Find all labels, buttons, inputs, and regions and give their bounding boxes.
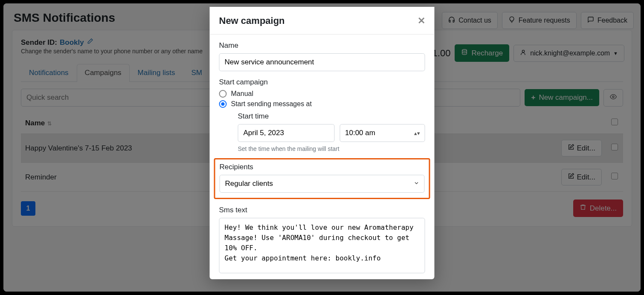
- sms-text-input[interactable]: [219, 218, 425, 273]
- start-time-select[interactable]: [339, 124, 425, 142]
- close-icon[interactable]: ✕: [418, 15, 425, 26]
- name-input[interactable]: [219, 53, 425, 71]
- name-label: Name: [219, 41, 425, 50]
- radio-scheduled-label: Start sending messages at: [231, 100, 312, 108]
- start-date-input[interactable]: [238, 124, 335, 142]
- recipients-label: Recipients: [220, 163, 425, 171]
- start-time-helper: Set the time when the mailing will start: [238, 145, 425, 152]
- new-campaign-modal: New campaign ✕ Name Start campaign Manua…: [210, 7, 435, 279]
- radio-scheduled-row[interactable]: Start sending messages at: [219, 100, 425, 108]
- start-campaign-label: Start campaign: [219, 78, 425, 87]
- sms-text-label: Sms text: [219, 206, 425, 214]
- recipients-select[interactable]: [220, 175, 425, 193]
- modal-title: New campaign: [219, 15, 285, 26]
- start-time-label: Start time: [238, 112, 425, 121]
- radio-manual-label: Manual: [231, 90, 253, 98]
- recipients-highlight: Recipients: [214, 158, 430, 199]
- radio-scheduled[interactable]: [219, 100, 227, 108]
- radio-manual-row[interactable]: Manual: [219, 90, 425, 98]
- radio-manual[interactable]: [219, 90, 227, 98]
